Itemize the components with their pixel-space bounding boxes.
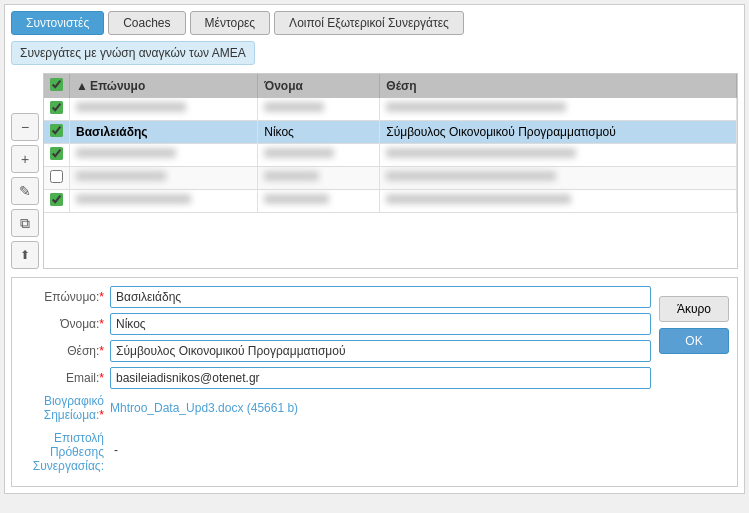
row-eponymo	[70, 98, 258, 121]
row-checkbox-cell	[44, 190, 70, 213]
row-onoma	[258, 190, 380, 213]
partners-table: ▲ Επώνυμο Όνομα Θέση	[44, 74, 737, 213]
plus-icon: +	[21, 151, 29, 167]
table-row[interactable]	[44, 144, 737, 167]
eponymo-label: Επώνυμο:*	[20, 290, 110, 304]
onoma-label: Όνομα:*	[20, 317, 110, 331]
row-checkbox-cell	[44, 98, 70, 121]
form-fields: Επώνυμο:* Όνομα:* Θέση:* E	[20, 286, 651, 478]
blurred-thesi	[386, 171, 556, 181]
blurred-onoma	[264, 194, 329, 204]
row-eponymo	[70, 190, 258, 213]
tab-syntonistes[interactable]: Συντονιστές	[11, 11, 104, 35]
table-section: − + ✎ ⧉ ⬆	[11, 73, 738, 269]
row-thesi	[380, 167, 737, 190]
tab-coaches[interactable]: Coaches	[108, 11, 185, 35]
row-thesi	[380, 190, 737, 213]
blurred-onoma	[264, 171, 319, 181]
eponymo-input[interactable]	[110, 286, 651, 308]
form-action-buttons: Άκυρο OK	[659, 286, 729, 478]
col-header-checkbox	[44, 74, 70, 98]
col-onoma-label: Όνομα	[264, 79, 303, 93]
row-onoma	[258, 167, 380, 190]
row-checkbox[interactable]	[50, 170, 63, 183]
row-eponymo	[70, 167, 258, 190]
row-onoma: Νίκος	[258, 121, 380, 144]
tab-loipoi[interactable]: Λοιποί Εξωτερικοί Συνεργάτες	[274, 11, 464, 35]
email-input[interactable]	[110, 367, 651, 389]
row-eponymo	[70, 144, 258, 167]
upload-button[interactable]: ⬆	[11, 241, 39, 269]
blurred-eponymo	[76, 171, 166, 181]
tab-mentores[interactable]: Μέντορες	[190, 11, 271, 35]
row-checkbox[interactable]	[50, 193, 63, 206]
form-row-thesi: Θέση:*	[20, 340, 651, 362]
row-checkbox[interactable]	[50, 124, 63, 137]
onoma-input[interactable]	[110, 313, 651, 335]
thesi-input[interactable]	[110, 340, 651, 362]
remove-button[interactable]: −	[11, 113, 39, 141]
blurred-thesi	[386, 102, 566, 112]
add-button[interactable]: +	[11, 145, 39, 173]
upload-icon: ⬆	[20, 248, 30, 262]
blurred-onoma	[264, 148, 334, 158]
row-thesi: Σύμβουλος Οικονομικού Προγραμματισμού	[380, 121, 737, 144]
epistoli-value: -	[110, 443, 118, 457]
email-label: Email:*	[20, 371, 110, 385]
row-eponymo-value: Βασιλειάδης	[76, 125, 148, 139]
col-header-onoma[interactable]: Όνομα	[258, 74, 380, 98]
blurred-onoma	[264, 102, 324, 112]
form-row-email: Email:*	[20, 367, 651, 389]
blurred-eponymo	[76, 102, 186, 112]
row-checkbox-cell	[44, 121, 70, 144]
table-wrapper: ▲ Επώνυμο Όνομα Θέση	[43, 73, 738, 269]
subtitle-text: Συνεργάτες με γνώση αναγκών των ΑΜΕΑ	[20, 46, 246, 60]
row-checkbox[interactable]	[50, 147, 63, 160]
subtitle-bar: Συνεργάτες με γνώση αναγκών των ΑΜΕΑ	[11, 41, 255, 65]
row-checkbox-cell	[44, 167, 70, 190]
row-thesi	[380, 144, 737, 167]
thesi-label: Θέση:*	[20, 344, 110, 358]
col-header-eponymo[interactable]: ▲ Επώνυμο	[70, 74, 258, 98]
form-row-epistoli: Επιστολή Πρόθεσης Συνεργασίας: -	[20, 427, 651, 473]
row-onoma-value: Νίκος	[264, 125, 294, 139]
tab-bar: Συντονιστές Coaches Μέντορες Λοιποί Εξωτ…	[11, 11, 738, 35]
sort-up-icon: ▲	[76, 79, 88, 93]
select-all-checkbox[interactable]	[50, 78, 63, 91]
edit-icon: ✎	[19, 183, 31, 199]
blurred-thesi	[386, 194, 571, 204]
table-row[interactable]	[44, 98, 737, 121]
action-buttons-panel: − + ✎ ⧉ ⬆	[11, 73, 39, 269]
ok-button[interactable]: OK	[659, 328, 729, 354]
table-row[interactable]	[44, 190, 737, 213]
blurred-thesi	[386, 148, 576, 158]
epistoli-label: Επιστολή Πρόθεσης Συνεργασίας:	[20, 427, 110, 473]
blurred-eponymo	[76, 194, 191, 204]
minus-icon: −	[21, 119, 29, 135]
copy-icon: ⧉	[20, 215, 30, 232]
table-row[interactable]: Βασιλειάδης Νίκος Σύμβουλος Οικονομικού …	[44, 121, 737, 144]
form-row-onoma: Όνομα:*	[20, 313, 651, 335]
cancel-button[interactable]: Άκυρο	[659, 296, 729, 322]
table-row[interactable]	[44, 167, 737, 190]
row-onoma	[258, 98, 380, 121]
col-eponymo-label: Επώνυμο	[90, 79, 145, 93]
col-header-thesi[interactable]: Θέση	[380, 74, 737, 98]
row-thesi	[380, 98, 737, 121]
row-eponymo: Βασιλειάδης	[70, 121, 258, 144]
bio-file-link[interactable]: Mhtroo_Data_Upd3.docx (45661 b)	[110, 401, 298, 415]
bio-label: Βιογραφικό Σημείωμα:*	[20, 394, 110, 422]
form-row-eponymo: Επώνυμο:*	[20, 286, 651, 308]
copy-button[interactable]: ⧉	[11, 209, 39, 237]
row-checkbox[interactable]	[50, 101, 63, 114]
form-row-bio: Βιογραφικό Σημείωμα:* Mhtroo_Data_Upd3.d…	[20, 394, 651, 422]
col-thesi-label: Θέση	[386, 79, 416, 93]
edit-form-section: Επώνυμο:* Όνομα:* Θέση:* E	[11, 277, 738, 487]
blurred-eponymo	[76, 148, 176, 158]
row-checkbox-cell	[44, 144, 70, 167]
row-onoma	[258, 144, 380, 167]
edit-button[interactable]: ✎	[11, 177, 39, 205]
row-thesi-value: Σύμβουλος Οικονομικού Προγραμματισμού	[386, 125, 616, 139]
